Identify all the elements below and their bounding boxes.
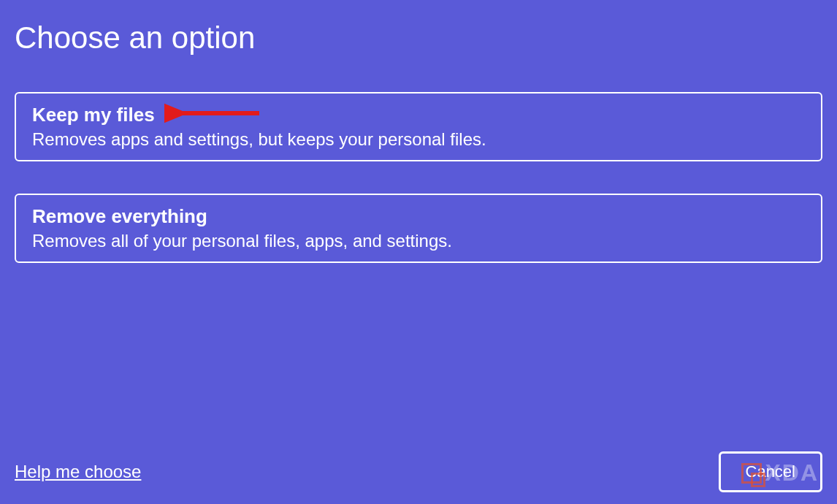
- option-title: Keep my files: [32, 104, 805, 126]
- page-title: Choose an option: [15, 20, 822, 56]
- help-me-choose-link[interactable]: Help me choose: [15, 462, 141, 482]
- cancel-button[interactable]: Cancel: [719, 451, 822, 492]
- option-description: Removes apps and settings, but keeps you…: [32, 129, 805, 150]
- remove-everything-option[interactable]: Remove everything Removes all of your pe…: [15, 194, 822, 263]
- option-title: Remove everything: [32, 205, 805, 228]
- keep-my-files-option[interactable]: Keep my files Removes apps and settings,…: [15, 92, 822, 161]
- option-description: Removes all of your personal files, apps…: [32, 231, 805, 251]
